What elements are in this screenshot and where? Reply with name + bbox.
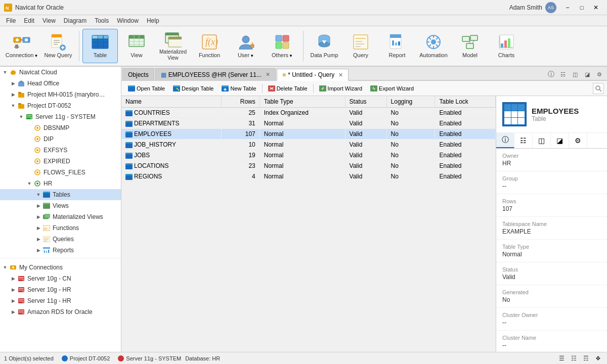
model-button[interactable]: Model bbox=[452, 29, 488, 63]
col-table-lock[interactable]: Table Lock bbox=[435, 96, 496, 108]
svg-rect-135 bbox=[48, 250, 49, 253]
connection-button[interactable]: Connection ▼ bbox=[4, 29, 39, 63]
view-grid-button[interactable]: ☷ bbox=[569, 354, 579, 363]
tab-query-close[interactable]: ✕ bbox=[338, 72, 343, 78]
table-row[interactable]: JOBS 19 Normal Valid No Enabled bbox=[121, 150, 496, 161]
search-box[interactable] bbox=[593, 83, 604, 94]
project-mh-item[interactable]: ▶ Project MH-0015 (marybrown...) bbox=[0, 89, 121, 100]
svg-rect-91 bbox=[18, 93, 24, 98]
report-button[interactable]: Report bbox=[379, 29, 415, 63]
col-table-type[interactable]: Table Type bbox=[259, 96, 345, 108]
split-v-button[interactable]: ◪ bbox=[582, 69, 593, 80]
open-table-button[interactable]: Open Table bbox=[124, 83, 168, 94]
table-row[interactable]: COUNTRIES 25 Index Organized Valid No En… bbox=[121, 108, 496, 118]
server-10g-hr-item[interactable]: ▶ Server 10g - HR bbox=[0, 284, 121, 295]
table-row[interactable]: REGIONS 4 Normal Valid No Enabled bbox=[121, 171, 496, 182]
query-button[interactable]: Query bbox=[343, 29, 378, 63]
server-11g-hr-item[interactable]: ▶ Server 11g - HR bbox=[0, 295, 121, 306]
table-row[interactable]: JOB_HISTORY 10 Normal Valid No Enabled bbox=[121, 140, 496, 150]
queries-item[interactable]: ▶ Queries bbox=[0, 234, 121, 245]
menu-diagram[interactable]: Diagram bbox=[60, 16, 91, 25]
settings-button[interactable]: ⚙ bbox=[594, 69, 605, 80]
props-tab-columns[interactable]: ☷ bbox=[514, 133, 533, 148]
menu-file[interactable]: File bbox=[2, 16, 20, 25]
view-detail-button[interactable]: ☶ bbox=[581, 354, 591, 363]
project-dt-item[interactable]: ▼ Project DT-0052 bbox=[0, 100, 121, 111]
export-wizard-button[interactable]: Export Wizard bbox=[367, 83, 417, 94]
split-h-button[interactable]: ◫ bbox=[570, 69, 581, 80]
col-name[interactable]: Name bbox=[121, 96, 222, 108]
table-row-employees[interactable]: EMPLOYEES 107 Normal Valid No Enabled bbox=[121, 129, 496, 140]
project-mh-expand[interactable]: ▶ bbox=[9, 90, 17, 99]
col-status[interactable]: Status bbox=[345, 96, 386, 108]
menu-edit[interactable]: Edit bbox=[20, 16, 38, 25]
server-system-expand[interactable]: ▼ bbox=[17, 113, 25, 121]
new-query-button[interactable]: New Query bbox=[40, 29, 76, 63]
tab-objects[interactable]: Objects bbox=[122, 68, 154, 80]
info-button[interactable]: ⓘ bbox=[545, 69, 556, 80]
svg-rect-60 bbox=[392, 40, 394, 46]
menu-tools[interactable]: Tools bbox=[91, 16, 113, 25]
head-office-expand[interactable]: ▶ bbox=[9, 79, 17, 87]
charts-button[interactable]: Charts bbox=[489, 29, 524, 63]
tab-employeess-close[interactable]: ✕ bbox=[266, 71, 270, 78]
amazon-rds-item[interactable]: ▶ Amazon RDS for Oracle bbox=[0, 306, 121, 317]
view-split-button[interactable]: ❖ bbox=[593, 354, 603, 363]
props-tab-split-v[interactable]: ◪ bbox=[551, 133, 569, 148]
data-pump-button[interactable]: Data Pump bbox=[307, 29, 342, 63]
table-row[interactable]: DEPARTMENTS 31 Normal Valid No Enabled bbox=[121, 118, 496, 129]
server-system-item[interactable]: ▼ Server 11g - SYSTEM bbox=[0, 111, 121, 122]
tab-query[interactable]: ■ * Untitled - Query ✕ bbox=[277, 69, 349, 81]
materialized-view-button[interactable]: Materialized View bbox=[155, 29, 191, 63]
minimize-button[interactable]: − bbox=[560, 3, 575, 13]
hr-item[interactable]: ▼ HR bbox=[0, 178, 121, 189]
table-button[interactable]: Table bbox=[82, 29, 118, 63]
navicat-cloud-expand[interactable]: ▼ bbox=[1, 68, 9, 76]
view-list-button[interactable]: ☰ bbox=[556, 354, 567, 363]
hr-expand[interactable]: ▼ bbox=[25, 179, 33, 188]
mat-views-item[interactable]: ▶ Materialized Views bbox=[0, 211, 121, 222]
my-connections-expand[interactable]: ▼ bbox=[1, 263, 9, 271]
table-row[interactable]: LOCATIONS 23 Normal Valid No Enabled bbox=[121, 161, 496, 171]
server-10g-cn-item[interactable]: ▶ Server 10g - CN bbox=[0, 273, 121, 284]
project-dt-expand[interactable]: ▼ bbox=[9, 102, 17, 110]
col-logging[interactable]: Logging bbox=[386, 96, 435, 108]
menu-help[interactable]: Help bbox=[143, 16, 163, 25]
props-tab-split-h[interactable]: ◫ bbox=[533, 133, 551, 148]
col-rows[interactable]: Rows bbox=[222, 96, 260, 108]
prop-rows-label: Rows bbox=[502, 198, 601, 204]
columns-button[interactable]: ☷ bbox=[557, 69, 569, 80]
views-item[interactable]: ▶ Views bbox=[0, 200, 121, 211]
dbsnmp-expand[interactable] bbox=[25, 124, 33, 132]
props-subtitle: Table bbox=[532, 115, 579, 122]
dip-item[interactable]: DIP bbox=[0, 133, 121, 145]
tables-item[interactable]: ▼ Tables bbox=[0, 189, 121, 200]
navicat-cloud-item[interactable]: ▼ Navicat Cloud bbox=[0, 67, 121, 78]
function-button[interactable]: f(x) Function bbox=[192, 29, 227, 63]
maximize-button[interactable]: □ bbox=[575, 3, 589, 13]
dbsnmp-item[interactable]: DBSNMP bbox=[0, 122, 121, 133]
tab-employeess[interactable]: ▦ EMPLOYEESS @HR (Server 11... ✕ bbox=[155, 68, 276, 80]
delete-table-button[interactable]: Delete Table bbox=[265, 83, 311, 94]
menu-view[interactable]: View bbox=[38, 16, 60, 25]
design-table-button[interactable]: Design Table bbox=[169, 83, 217, 94]
new-table-button[interactable]: New Table bbox=[218, 83, 259, 94]
others-button[interactable]: Others ▼ bbox=[265, 29, 300, 63]
close-button[interactable]: ✕ bbox=[589, 3, 603, 13]
flows-files-item[interactable]: FLOWS_FILES bbox=[0, 167, 121, 178]
props-tab-info[interactable]: ⓘ bbox=[496, 133, 514, 148]
view-button[interactable]: View bbox=[119, 29, 154, 63]
automation-button[interactable]: Automation bbox=[416, 29, 451, 63]
expired-item[interactable]: EXPIRED bbox=[0, 156, 121, 167]
reports-item[interactable]: ▶ Reports bbox=[0, 245, 121, 256]
import-wizard-button[interactable]: Import Wizard bbox=[316, 83, 366, 94]
functions-item[interactable]: ▶ fx Functions bbox=[0, 222, 121, 234]
my-connections-item[interactable]: ▼ My Connections bbox=[0, 262, 121, 273]
mat-view-icon bbox=[164, 31, 182, 48]
exfsys-item[interactable]: EXFSYS bbox=[0, 145, 121, 156]
head-office-item[interactable]: ▶ Head Office bbox=[0, 78, 121, 89]
menu-window[interactable]: Window bbox=[113, 16, 143, 25]
queries-label: Queries bbox=[53, 236, 74, 243]
props-tab-settings[interactable]: ⚙ bbox=[569, 133, 587, 148]
user-button[interactable]: User ▼ bbox=[228, 29, 264, 63]
